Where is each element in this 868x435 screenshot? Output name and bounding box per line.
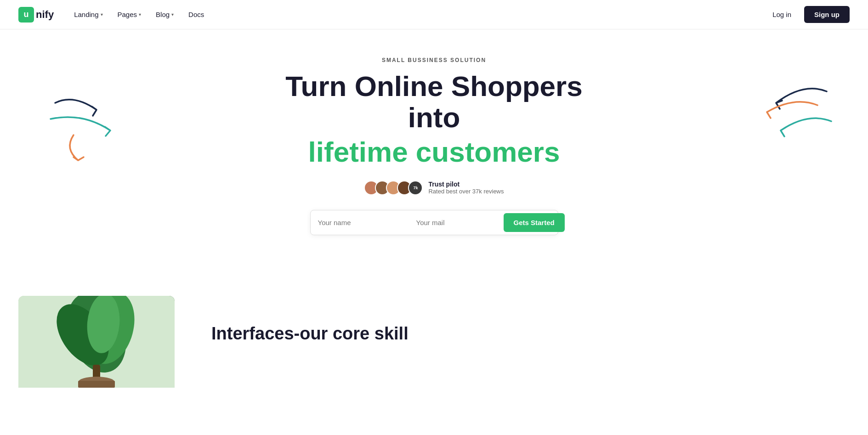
login-button[interactable]: Log in	[767, 7, 797, 22]
hero-section: SMALL BUSSINESS SOLUTION Turn Online Sho…	[0, 29, 868, 287]
avatar-count: 7k	[408, 181, 423, 195]
signup-button[interactable]: Sign up	[804, 6, 850, 23]
chevron-down-icon: ▾	[101, 12, 103, 17]
get-started-button[interactable]: Gets Started	[504, 213, 565, 232]
trust-row: 7k Trust pilot Rated best over 37k revie…	[364, 181, 504, 195]
email-input[interactable]	[416, 215, 504, 230]
trust-avatars: 7k	[364, 181, 423, 195]
nav-item-docs[interactable]: Docs	[183, 7, 210, 22]
hero-title-line2: lifetime customers	[308, 135, 560, 169]
chevron-down-icon: ▾	[171, 12, 174, 17]
bottom-title: Interfaces-our core skill	[211, 323, 408, 345]
name-input[interactable]	[318, 215, 405, 230]
hero-badge: SMALL BUSSINESS SOLUTION	[382, 57, 486, 63]
logo[interactable]: u nify	[18, 7, 54, 23]
signup-form: Gets Started	[310, 210, 558, 235]
nav-links: Landing ▾ Pages ▾ Blog ▾ Docs	[68, 7, 767, 22]
nav-actions: Log in Sign up	[767, 6, 850, 23]
logo-icon: u	[18, 7, 34, 23]
right-decorative-arrows	[739, 75, 840, 158]
bottom-section: Interfaces-our core skill	[0, 296, 868, 388]
chevron-down-icon: ▾	[139, 12, 141, 17]
trust-text: Trust pilot Rated best over 37k reviews	[428, 181, 504, 195]
trust-title: Trust pilot	[428, 181, 504, 188]
nav-item-landing[interactable]: Landing ▾	[68, 7, 108, 22]
bottom-text: Interfaces-our core skill	[211, 296, 408, 345]
nav-item-pages[interactable]: Pages ▾	[112, 7, 147, 22]
svg-rect-7	[78, 381, 115, 388]
plant-illustration	[18, 296, 175, 388]
logo-text: nify	[36, 9, 54, 21]
bottom-image	[18, 296, 175, 388]
navbar: u nify Landing ▾ Pages ▾ Blog ▾ Docs Log…	[0, 0, 868, 29]
nav-item-blog[interactable]: Blog ▾	[150, 7, 179, 22]
hero-title-line1: Turn Online Shoppers into	[260, 71, 609, 133]
trust-subtitle: Rated best over 37k reviews	[428, 188, 504, 195]
left-decorative-arrows	[37, 85, 129, 167]
